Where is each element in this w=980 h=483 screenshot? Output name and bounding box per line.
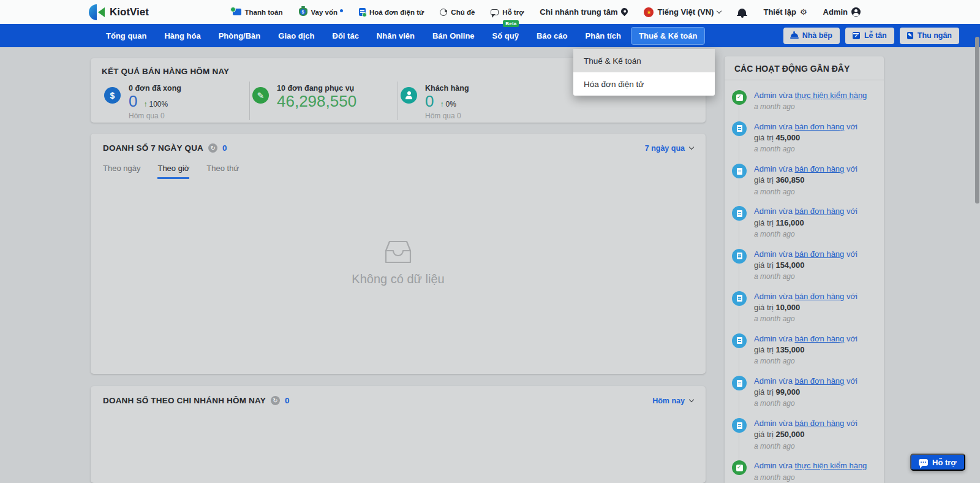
tab-theo-ng-y[interactable]: Theo ngày [103, 164, 140, 179]
sales-week-card: DOANH SỐ 7 NGÀY QUA ↻ 0 7 ngày qua Theo … [91, 134, 706, 374]
week-range-selector[interactable]: 7 ngày qua [645, 144, 693, 153]
activity-text: Admin vừa bán đơn hàng vớigiá trị 99,000… [754, 376, 858, 409]
topbar-link-theme[interactable]: Chủ đề [440, 9, 475, 16]
branch-selector[interactable]: Chi nhánh trung tâm [540, 7, 628, 17]
nav-item-t-ng-quan[interactable]: Tổng quan [98, 27, 154, 45]
activity-item: Admin vừa bán đơn hàng vớigiá trị 250,00… [732, 418, 876, 451]
chevron-down-icon [689, 145, 694, 150]
cashier-button[interactable]: Thu ngân [900, 28, 959, 44]
user-menu[interactable]: Admin [823, 7, 861, 17]
stocktake-check-icon [732, 90, 747, 105]
gear-icon: ⚙ [800, 8, 807, 16]
person-icon [401, 87, 417, 104]
chevron-down-icon [717, 9, 722, 13]
tax-accounting-dropdown: Thuế & Kế toán Hóa đơn điện tử [573, 49, 715, 96]
activity-value: 45,000 [775, 133, 800, 142]
chat-bubble-icon [919, 459, 928, 466]
reception-button[interactable]: Lễ tân [845, 28, 894, 44]
pencil-icon: ✎ [252, 87, 269, 104]
refresh-icon[interactable]: ↻ [271, 396, 280, 405]
notifications-button[interactable] [737, 9, 747, 16]
nav-item-h-ng-h-a[interactable]: Hàng hóa [156, 27, 208, 45]
dropdown-item-tax-accounting[interactable]: Thuế & Kế toán [573, 49, 715, 72]
activity-link[interactable]: thực hiện kiểm hàng [795, 91, 867, 100]
page-scrollbar-thumb[interactable] [975, 37, 979, 203]
activity-item: Admin vừa bán đơn hàng vớigiá trị 135,00… [732, 333, 876, 367]
activity-link[interactable]: bán đơn hàng [795, 292, 845, 301]
activity-text: Admin vừa thực hiện kiểm hànga month ago [754, 90, 867, 112]
activity-timestamp: a month ago [754, 272, 858, 282]
stat-value: 0 [425, 93, 434, 110]
vietnam-flag-icon: ★ [644, 7, 654, 17]
branch-range-selector[interactable]: Hôm nay [652, 397, 693, 405]
nav-item-nh-n-vi-n[interactable]: Nhân viên [369, 27, 423, 45]
sales-branch-count: 0 [285, 396, 290, 405]
beta-badge: Beta [503, 20, 519, 27]
activity-link[interactable]: bán đơn hàng [795, 376, 845, 386]
activity-text: Admin vừa bán đơn hàng vớigiá trị 250,00… [754, 418, 858, 451]
topbar-link-support[interactable]: Hỗ trợ Beta [491, 9, 524, 16]
nav-item-b-n-online[interactable]: Bán Online [424, 27, 483, 45]
stat-value: 46,298,550 [277, 93, 356, 110]
activity-link[interactable]: bán đơn hàng [795, 207, 845, 216]
activity-text: Admin vừa bán đơn hàng vớigiá trị 116,00… [754, 206, 858, 239]
nav-item-ph-ng-b-n[interactable]: Phòng/Bàn [211, 27, 269, 45]
kitchen-button[interactable]: Nhà bếp [783, 28, 840, 44]
activity-link[interactable]: bán đơn hàng [795, 122, 845, 131]
nav-item-s-qu-[interactable]: Sổ quỹ [484, 27, 527, 45]
stat-orders-done: $ 0 đơn đã xong 0 ↑100% Hôm qua 0 [102, 82, 250, 120]
settings-button[interactable]: Thiết lập ⚙ [763, 7, 807, 17]
sales-branch-title: DOANH SỐ THEO CHI NHÁNH HÔM NAY [103, 396, 266, 405]
activity-timestamp: a month ago [754, 314, 858, 324]
nav-items: Tổng quanHàng hóaPhòng/BànGiao dịchĐối t… [98, 27, 705, 45]
activity-item: Admin vừa thực hiện kiểm hànga month ago [732, 90, 876, 112]
support-icon [491, 9, 499, 15]
settings-label: Thiết lập [763, 7, 796, 17]
tab-theo-th-[interactable]: Theo thứ [206, 164, 239, 179]
kiotviet-logo-icon [89, 4, 105, 20]
empty-inbox-icon [382, 239, 415, 265]
activity-value: 99,000 [775, 387, 800, 397]
topbar-link-einvoice[interactable]: Hoá đơn điện tử [359, 8, 424, 16]
up-arrow-icon: ↑ [143, 100, 147, 108]
topbar-link-loan[interactable]: Vay vốn [299, 8, 343, 16]
up-arrow-icon: ↑ [440, 100, 443, 108]
topbar-link-payment[interactable]: Thanh toán [233, 9, 283, 16]
quick-buttons: Nhà bếp Lễ tân Thu ngân [783, 28, 959, 44]
activity-value: 250,000 [775, 430, 804, 439]
language-selector[interactable]: ★ Tiếng Việt (VN) [644, 7, 721, 17]
activity-link[interactable]: bán đơn hàng [795, 334, 845, 343]
tab-theo-gi-[interactable]: Theo giờ [157, 164, 189, 179]
refresh-icon[interactable]: ↻ [208, 143, 217, 153]
sales-week-title: DOANH SỐ 7 NGÀY QUA [103, 143, 203, 153]
invoice-doc-icon [732, 333, 747, 348]
sales-week-count: 0 [222, 143, 227, 153]
stat-delta: ↑100% [143, 100, 168, 108]
activity-text: Admin vừa bán đơn hàng vớigiá trị 154,00… [754, 249, 858, 282]
top-bar: KiotViet Thanh toán Vay vốn Hoá đơn điện… [0, 0, 980, 24]
dollar-icon: $ [104, 87, 121, 104]
receipt-icon [907, 32, 913, 39]
stat-label: 10 đơn đang phục vụ [277, 84, 356, 93]
nav-item-thu-k-to-n[interactable]: Thuế & Kế toán [631, 27, 705, 45]
activity-text: Admin vừa bán đơn hàng vớigiá trị 10,000… [754, 291, 858, 324]
activity-link[interactable]: bán đơn hàng [795, 419, 845, 428]
activity-item: Admin vừa bán đơn hàng vớigiá trị 99,000… [732, 376, 876, 409]
nav-item-b-o-c-o[interactable]: Báo cáo [529, 27, 576, 45]
support-chat-button[interactable]: Hỗ trợ [910, 454, 965, 471]
activity-link[interactable]: bán đơn hàng [795, 249, 845, 259]
activity-link[interactable]: bán đơn hàng [795, 164, 845, 173]
dropdown-item-einvoice[interactable]: Hóa đơn điện tử [573, 72, 715, 96]
activity-text: Admin vừa bán đơn hàng vớigiá trị 135,00… [754, 333, 858, 367]
nav-item-giao-d-ch[interactable]: Giao dịch [270, 27, 322, 45]
topbar-link-label: Hoá đơn điện tử [369, 9, 424, 16]
activity-link[interactable]: thực hiện kiểm hàng [795, 461, 867, 470]
activity-value: 154,000 [775, 261, 804, 270]
nav-item--i-t-c[interactable]: Đối tác [325, 27, 367, 45]
kiotviet-logo[interactable]: KiotViet [89, 4, 149, 20]
invoice-doc-icon [732, 164, 747, 178]
nav-item-ph-n-t-ch[interactable]: Phân tích [578, 27, 630, 45]
empty-state-text: Không có dữ liệu [352, 272, 444, 286]
bell-icon [738, 9, 746, 16]
quick-button-label: Nhà bếp [802, 31, 832, 40]
